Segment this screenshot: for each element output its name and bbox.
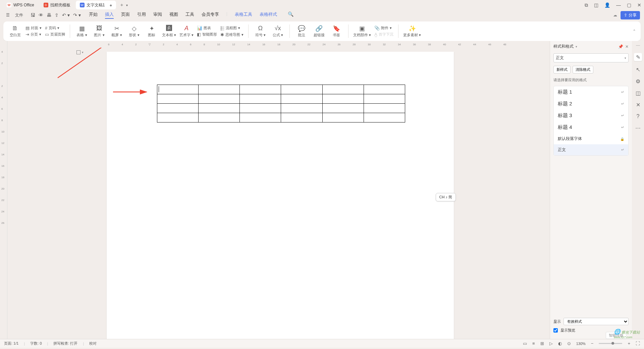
close-tab-icon[interactable]: ● bbox=[109, 3, 112, 8]
hyperlink-button[interactable]: 🔗超链接 bbox=[312, 25, 326, 38]
style-item-h1[interactable]: 标题 1↵ bbox=[554, 86, 628, 98]
view-web-icon[interactable]: ⊞ bbox=[540, 341, 544, 346]
table-cell[interactable] bbox=[364, 85, 405, 94]
zoom-in-icon[interactable]: + bbox=[628, 341, 630, 346]
table-cell[interactable] bbox=[322, 94, 364, 104]
spellcheck-status[interactable]: 拼写检查: 打开 bbox=[53, 341, 77, 346]
doc-parts-button[interactable]: ▣文档部件 ▾ bbox=[353, 25, 371, 38]
style-item-default-font[interactable]: 默认段落字体 bbox=[554, 133, 628, 144]
cursor-tool-icon[interactable]: ↖ bbox=[636, 66, 640, 73]
clear-format-button[interactable]: 清除格式 bbox=[573, 66, 593, 73]
file-menu[interactable]: 文件 bbox=[13, 11, 25, 19]
search-icon[interactable]: 🔍 bbox=[288, 11, 293, 19]
minimize-icon[interactable]: — bbox=[616, 2, 621, 8]
table-cell[interactable] bbox=[199, 104, 240, 113]
page[interactable]: ▾ bbox=[107, 52, 454, 339]
table-cell[interactable] bbox=[364, 94, 405, 104]
page-number-button[interactable]: #页码 ▾ bbox=[45, 26, 65, 31]
help-icon[interactable]: ? bbox=[637, 113, 640, 119]
table-cell[interactable] bbox=[322, 104, 364, 113]
equation-button[interactable]: √x公式 ▾ bbox=[271, 25, 285, 38]
tab-table-tools[interactable]: 表格工具 bbox=[235, 11, 252, 19]
shape-button[interactable]: ◇形状 ▾ bbox=[127, 25, 141, 38]
avatar-icon[interactable]: 👤 bbox=[604, 2, 610, 8]
cube-icon[interactable]: ◫ bbox=[594, 2, 598, 8]
document-canvas[interactable]: ▾ bbox=[7, 48, 550, 339]
more-resources-button[interactable]: ✨更多素材 ▾ bbox=[403, 25, 421, 38]
new-tab-button[interactable]: ＋ bbox=[119, 2, 124, 8]
icon-button[interactable]: ✦图标 bbox=[145, 25, 159, 38]
style-item-h3[interactable]: 标题 3↵ bbox=[554, 110, 628, 121]
proofing-status[interactable]: 校对 bbox=[89, 341, 97, 346]
save-icon[interactable]: 🖫 bbox=[31, 12, 35, 18]
tab-start[interactable]: 开始 bbox=[89, 11, 98, 19]
zoom-slider[interactable] bbox=[599, 343, 622, 344]
flowchart-button[interactable]: ⬱流程图 ▾ bbox=[220, 26, 244, 31]
textbox-button[interactable]: 🅰文本框 ▾ bbox=[162, 25, 176, 38]
table-cell[interactable] bbox=[281, 113, 322, 122]
tab-reference[interactable]: 引用 bbox=[137, 11, 146, 19]
vertical-ruler[interactable]: 4 2 2 4 6 8 10 12 14 16 18 20 22 24 26 bbox=[0, 41, 7, 339]
header-footer-button[interactable]: ▭页眉页脚 bbox=[45, 32, 65, 37]
cover-button[interactable]: ▤封面 ▾ bbox=[25, 26, 42, 31]
settings-icon[interactable]: ⚙ bbox=[636, 78, 640, 85]
close-panel-icon[interactable]: ✕ bbox=[625, 44, 629, 49]
word-count[interactable]: 字数: 0 bbox=[30, 341, 42, 346]
maximize-icon[interactable]: ▢ bbox=[627, 2, 631, 8]
pencil-tool-icon[interactable]: ✎ bbox=[634, 53, 642, 61]
multi-window-icon[interactable]: ⧉ bbox=[585, 2, 588, 8]
table-cell[interactable] bbox=[157, 85, 199, 94]
fullscreen-icon[interactable]: ⛶ bbox=[636, 341, 640, 346]
attachment-button[interactable]: 📎附件 ▾ bbox=[374, 26, 393, 31]
redo-icon[interactable]: ↷ ▾ bbox=[73, 12, 81, 18]
table-row[interactable] bbox=[157, 104, 405, 113]
style-item-h4[interactable]: 标题 4↵ bbox=[554, 121, 628, 133]
table-cell[interactable] bbox=[281, 94, 322, 104]
export-icon[interactable]: ⇪ bbox=[55, 12, 59, 18]
blank-page-button[interactable]: 🗎空白页 bbox=[8, 25, 22, 38]
table-cell[interactable] bbox=[199, 113, 240, 122]
tools-icon[interactable]: ✕ bbox=[636, 102, 640, 108]
style-item-body[interactable]: 正文↵ bbox=[554, 144, 628, 155]
tab-review[interactable]: 审阅 bbox=[153, 11, 162, 19]
zoom-out-icon[interactable]: − bbox=[591, 341, 594, 346]
table-cell[interactable] bbox=[281, 85, 322, 94]
table-cell[interactable] bbox=[322, 85, 364, 94]
table-move-handle[interactable]: ▾ bbox=[76, 50, 84, 54]
tab-tools[interactable]: 工具 bbox=[185, 11, 194, 19]
screenshot-button[interactable]: ✂截屏 ▾ bbox=[110, 25, 124, 38]
tab-insert[interactable]: 插入 bbox=[105, 11, 114, 19]
view-outline-icon[interactable]: ≡ bbox=[532, 341, 535, 346]
table-cell[interactable] bbox=[240, 113, 281, 122]
tab-page[interactable]: 页面 bbox=[121, 11, 130, 19]
document-table[interactable] bbox=[157, 85, 405, 122]
tab-menu-button[interactable]: ▾ bbox=[126, 3, 128, 7]
display-select[interactable]: 有效样式 bbox=[564, 318, 629, 325]
pin-icon[interactable]: 📌 bbox=[618, 44, 623, 49]
new-style-button[interactable]: 新样式 bbox=[553, 66, 571, 73]
picture-button[interactable]: 🖼图片 ▾ bbox=[92, 25, 106, 38]
table-row[interactable] bbox=[157, 113, 405, 122]
tab-document[interactable]: W 文字文稿1 ● bbox=[76, 1, 116, 9]
more-icon[interactable]: ⋯ bbox=[635, 125, 641, 131]
style-item-h2[interactable]: 标题 2↵ bbox=[554, 98, 628, 110]
horizontal-ruler[interactable]: 642▽246810121416182022242628303234363840… bbox=[7, 41, 550, 48]
collapse-ribbon-icon[interactable]: ⌃ bbox=[633, 29, 636, 34]
hamburger-icon[interactable]: ☰ bbox=[4, 11, 12, 19]
tab-view[interactable]: 视图 bbox=[169, 11, 178, 19]
chart-button[interactable]: 📊图表 bbox=[197, 26, 217, 31]
fit-icon[interactable]: ⊙ bbox=[567, 341, 571, 346]
table-cell[interactable] bbox=[157, 104, 199, 113]
current-style-select[interactable]: 正文 ▾ bbox=[553, 53, 629, 62]
table-cell[interactable] bbox=[157, 113, 199, 122]
table-row[interactable] bbox=[157, 94, 405, 104]
table-button[interactable]: ▦表格 ▾ bbox=[75, 25, 89, 38]
table-cell[interactable] bbox=[281, 104, 322, 113]
symbol-button[interactable]: Ω符号 ▾ bbox=[253, 25, 267, 38]
view-focus-icon[interactable]: ◐ bbox=[558, 341, 562, 346]
tab-table-style[interactable]: 表格样式 bbox=[260, 11, 277, 19]
page-indicator[interactable]: 页面: 1/1 bbox=[4, 341, 18, 346]
collapse-side-icon[interactable]: — bbox=[636, 43, 640, 48]
table-cell[interactable] bbox=[364, 113, 405, 122]
comment-button[interactable]: 💬批注 bbox=[294, 25, 309, 38]
